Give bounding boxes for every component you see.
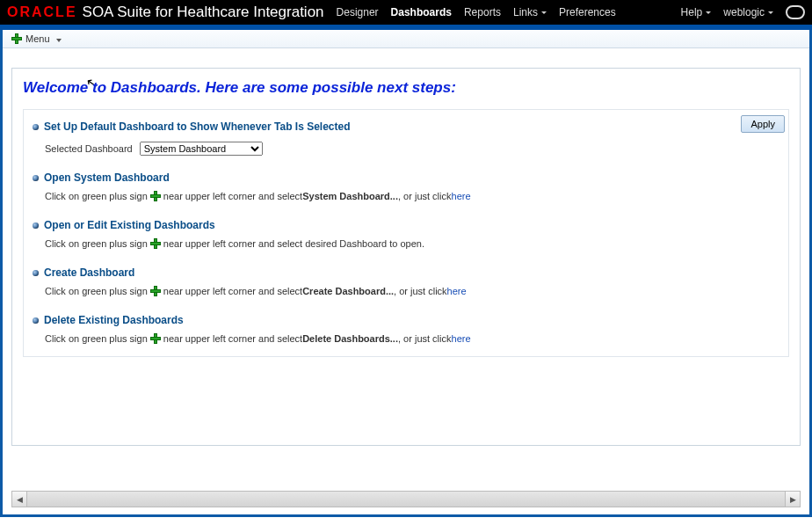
link-here[interactable]: here xyxy=(447,284,467,298)
section-body: Click on green plus sign near upper left… xyxy=(45,189,779,203)
section-header: Open or Edit Existing Dashboards xyxy=(33,219,779,231)
selected-dashboard-label: Selected Dashboard xyxy=(45,143,133,154)
plus-icon xyxy=(150,333,161,344)
section-delete: Delete Existing Dashboards Click on gree… xyxy=(33,314,779,346)
section-body: Click on green plus sign near upper left… xyxy=(45,332,779,346)
nav-reports[interactable]: Reports xyxy=(464,6,501,18)
nav-user[interactable]: weblogic xyxy=(723,6,773,18)
menu-label: Menu xyxy=(25,33,50,44)
plus-icon xyxy=(150,286,161,296)
section-title: Delete Existing Dashboards xyxy=(44,314,184,326)
bullet-icon xyxy=(33,270,39,276)
section-header: Create Dashboard xyxy=(33,266,779,279)
apply-button[interactable]: Apply xyxy=(741,115,785,133)
chevron-down-icon xyxy=(56,39,62,42)
text-bold: Delete Dashboards... xyxy=(302,332,398,346)
horizontal-scrollbar[interactable]: ◀ ▶ xyxy=(11,491,801,507)
section-title: Set Up Default Dashboard to Show Wheneve… xyxy=(44,120,351,133)
section-body: Click on green plus sign near upper left… xyxy=(45,284,779,298)
text: , or just click xyxy=(398,189,452,203)
product-title: SOA Suite for Healthcare Integration xyxy=(83,4,324,21)
text: Click on green plus sign xyxy=(45,237,148,251)
text: Click on green plus sign xyxy=(45,332,148,346)
text: near upper left corner and select xyxy=(163,189,302,203)
selected-dashboard-dropdown[interactable]: System Dashboard xyxy=(140,142,263,156)
workspace: Menu ↖ Welcome to Dashboards. Here are s… xyxy=(0,30,812,517)
oracle-o-icon xyxy=(786,5,805,19)
menu-row: Menu xyxy=(3,30,809,48)
chevron-down-icon xyxy=(706,11,711,14)
section-open-system: Open System Dashboard Click on green plu… xyxy=(33,171,779,203)
section-open-edit: Open or Edit Existing Dashboards Click o… xyxy=(33,219,779,251)
nav-user-label: weblogic xyxy=(723,6,765,18)
section-header: Open System Dashboard xyxy=(33,171,779,184)
welcome-heading: Welcome to Dashboards. Here are some pos… xyxy=(23,79,789,97)
section-create: Create Dashboard Click on green plus sig… xyxy=(33,266,779,298)
plus-icon[interactable] xyxy=(11,33,22,44)
section-set-default: Set Up Default Dashboard to Show Wheneve… xyxy=(33,120,779,156)
scroll-track[interactable] xyxy=(27,492,785,507)
link-here[interactable]: here xyxy=(452,189,471,203)
bullet-icon xyxy=(33,175,39,181)
chevron-down-icon xyxy=(541,11,547,14)
section-header: Delete Existing Dashboards xyxy=(33,314,779,326)
top-bar: ORACLE SOA Suite for Healthcare Integrat… xyxy=(0,0,812,25)
bullet-icon xyxy=(33,124,39,130)
scroll-right-button[interactable]: ▶ xyxy=(785,492,800,507)
link-here[interactable]: here xyxy=(452,332,471,346)
oracle-logo: ORACLE xyxy=(7,4,77,20)
text: , or just click xyxy=(394,284,447,298)
text-bold: System Dashboard... xyxy=(302,189,398,203)
content-panel: Welcome to Dashboards. Here are some pos… xyxy=(11,68,801,446)
plus-icon xyxy=(150,238,161,249)
section-title: Create Dashboard xyxy=(44,266,134,279)
section-title: Open System Dashboard xyxy=(44,171,170,184)
text: near upper left corner and select xyxy=(163,332,302,346)
text-bold: Create Dashboard... xyxy=(302,284,394,298)
nav-designer[interactable]: Designer xyxy=(337,6,379,18)
nav-links[interactable]: Links xyxy=(513,6,547,18)
menu-button[interactable]: Menu xyxy=(25,33,62,44)
bullet-icon xyxy=(33,222,39,229)
scroll-left-button[interactable]: ◀ xyxy=(12,492,27,507)
chevron-down-icon xyxy=(768,11,773,14)
nav-dashboards[interactable]: Dashboards xyxy=(391,6,452,18)
section-title: Open or Edit Existing Dashboards xyxy=(44,219,215,231)
selected-dashboard-row: Selected Dashboard System Dashboard xyxy=(45,142,779,156)
inner-panel: Apply Set Up Default Dashboard to Show W… xyxy=(23,109,789,357)
text: Click on green plus sign xyxy=(45,189,148,203)
nav-help-label: Help xyxy=(681,6,703,18)
bullet-icon xyxy=(33,317,39,324)
text: near upper left corner and select xyxy=(163,284,302,298)
nav-links-label: Links xyxy=(513,6,538,18)
nav-help[interactable]: Help xyxy=(681,6,712,18)
text: near upper left corner and select desire… xyxy=(163,237,424,251)
nav-preferences[interactable]: Preferences xyxy=(559,6,616,18)
section-header: Set Up Default Dashboard to Show Wheneve… xyxy=(33,120,779,133)
text: , or just click xyxy=(398,332,452,346)
plus-icon xyxy=(150,191,161,201)
section-body: Click on green plus sign near upper left… xyxy=(45,237,779,251)
text: Click on green plus sign xyxy=(45,284,148,298)
